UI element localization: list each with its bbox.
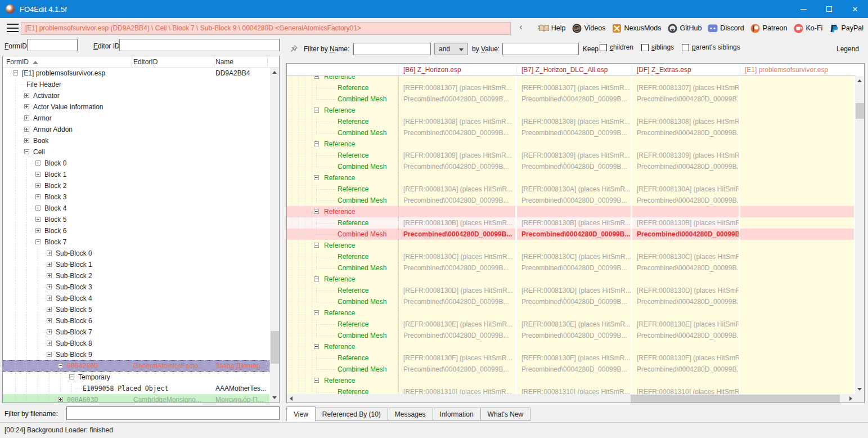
record-tree-cell[interactable]: Reference [287,76,399,82]
value-cell[interactable] [740,341,854,352]
value-cell[interactable]: [REFR:0008130E] (places HitSmR... [517,319,631,330]
value-cell[interactable] [740,82,854,93]
collapse-icon[interactable] [314,344,319,349]
record-tree-cell[interactable]: Combined Mesh [287,262,399,274]
tree-row[interactable]: Sub-Block 7 [3,327,269,338]
record-node-label[interactable]: Reference [338,388,368,394]
formid-cell[interactable]: Sub-Block 7 [56,328,92,336]
value-cell[interactable] [740,285,854,296]
formid-cell[interactable]: Temporary [78,373,110,381]
tree-row[interactable]: Sub-Block 9 [3,349,269,360]
formid-cell[interactable]: [E1] problemsofsurvivor.esp [22,69,105,77]
record-tree-cell[interactable]: Reference [287,82,399,93]
tree-row[interactable]: File Header [3,79,269,90]
reference-group-row[interactable]: Reference [287,105,856,116]
collapse-icon[interactable] [24,149,29,154]
expand-icon[interactable] [35,172,41,177]
record-node-label[interactable]: Reference [338,219,368,227]
value-cell[interactable]: Precombined\0004280D_00099B... [399,93,515,105]
value-cell[interactable]: [REFR:0008130D] (places HitSmR... [517,285,631,296]
value-cell[interactable]: [REFR:0008130A] (places HitSmR... [632,184,739,195]
formid-cell[interactable]: 0004280D [67,362,98,370]
record-tree-cell[interactable]: Combined Mesh [287,229,399,240]
record-node-label[interactable]: Reference [324,343,355,351]
tree-row[interactable]: Sub-Block 4 [3,293,269,304]
record-tree-cell[interactable]: Reference [287,375,399,386]
reference-row[interactable]: Reference[REFR:0008130F] (places HitSmR.… [287,352,856,364]
value-cell[interactable] [740,150,854,161]
value-cell[interactable]: [REFR:0008130E] (places HitSmR... [632,319,739,330]
formid-input[interactable] [27,39,78,51]
table-hscrollbar-thumb[interactable] [631,395,840,403]
value-cell[interactable] [740,105,854,116]
formid-cell[interactable]: Actor Value Information [33,103,104,111]
collapse-icon[interactable] [314,378,319,383]
expand-icon[interactable] [47,329,52,334]
expand-icon[interactable] [35,183,41,188]
value-cell[interactable]: [REFR:0008130C] (places HitSmR... [517,251,631,262]
record-node-label[interactable]: Reference [338,118,368,126]
expand-icon[interactable] [24,115,29,120]
tree-row[interactable]: E1099058 Placed ObjectAAAMotherTes... [3,383,269,394]
value-cell[interactable]: [REFR:0008130F] (places HitSmR... [399,352,515,364]
formid-cell[interactable]: Block 1 [44,171,66,178]
filter-by-value-input[interactable] [502,43,579,55]
value-cell[interactable] [517,138,631,150]
value-cell[interactable] [399,76,515,82]
editorid-cell[interactable]: GeneralAtomicsFacto... [133,362,213,370]
value-cell[interactable]: Precombined\0004280D_00099B... [632,296,739,307]
checkbox[interactable] [682,44,689,51]
value-cell[interactable] [740,251,854,262]
tree-row[interactable]: 0004280DGeneralAtomicsFacto...Завод Джен… [3,360,269,372]
tree-vscrollbar[interactable] [270,68,280,403]
value-cell[interactable] [740,172,854,184]
record-node-label[interactable]: Reference [324,208,355,216]
record-tree-cell[interactable]: Combined Mesh [287,127,399,138]
combined-mesh-row[interactable]: Combined MeshPrecombined\0004280D_00099B… [287,330,856,341]
expand-icon[interactable] [35,228,41,233]
plugin-column-header[interactable]: [E1] problemsofsurvivor.esp [740,66,856,74]
value-cell[interactable] [517,375,631,386]
name-cell[interactable]: DD9A2BB4 [215,69,268,77]
collapse-icon[interactable] [58,363,63,368]
value-cell[interactable] [740,184,854,195]
value-cell[interactable]: Precombined\0004280D_00099B... [632,330,739,341]
expand-icon[interactable] [47,318,52,323]
reference-group-row[interactable]: Reference [287,307,856,319]
record-tree-cell[interactable]: Combined Mesh [287,195,399,206]
value-cell[interactable] [740,330,854,341]
record-tree-cell[interactable]: Reference [287,172,399,184]
tree-col-formid[interactable]: FormID [6,58,38,66]
value-cell[interactable]: [REFR:00081307] (places HitSmR... [399,82,515,93]
record-tree-cell[interactable]: Reference [287,274,399,285]
reference-row[interactable]: Reference[REFR:00081307] (places HitSmR.… [287,82,856,93]
record-tree-cell[interactable]: Reference [287,138,399,150]
record-node-label[interactable]: Reference [324,140,355,148]
tree-row[interactable]: Temporary [3,372,269,383]
expand-icon[interactable] [58,397,63,402]
value-cell[interactable]: Precombined\0004280D_00099B... [517,330,631,341]
name-cell[interactable]: AAAMotherTes... [215,385,268,392]
tree-vscrollbar-thumb[interactable] [271,331,279,364]
value-cell[interactable] [740,138,854,150]
value-cell[interactable] [399,206,515,217]
value-cell[interactable] [740,127,854,138]
record-node-label[interactable]: Combined Mesh [338,332,386,339]
value-cell[interactable] [740,375,854,386]
tree-col-name[interactable]: Name [215,58,233,66]
collapse-icon[interactable] [13,70,18,75]
reference-group-row[interactable]: Reference [287,375,856,386]
expand-icon[interactable] [24,138,29,143]
formid-cell[interactable]: Block 3 [44,193,66,201]
expand-icon[interactable] [47,251,52,256]
table-vscrollbar[interactable] [855,76,865,394]
formid-cell[interactable]: E1099058 Placed Object [83,385,168,392]
expand-icon[interactable] [35,217,41,222]
tree-row[interactable]: Sub-Block 6 [3,315,269,327]
formid-cell[interactable]: Sub-Block 2 [56,272,92,280]
record-node-label[interactable]: Combined Mesh [338,230,386,238]
formid-cell[interactable]: Sub-Block 4 [56,294,92,302]
checkbox[interactable] [641,44,649,51]
value-cell[interactable]: Precombined\0004280D_00099B... [399,229,515,240]
value-cell[interactable] [632,76,739,82]
